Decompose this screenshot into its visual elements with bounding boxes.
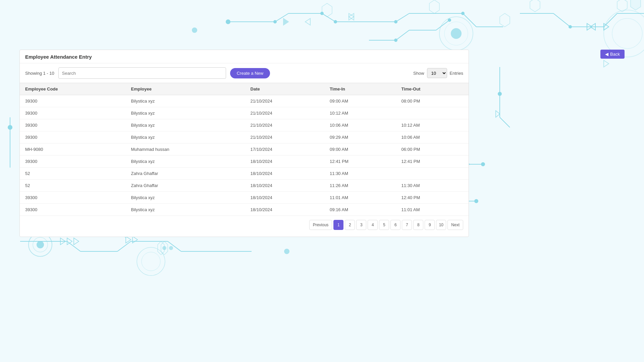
page-btn-6[interactable]: 6	[390, 220, 400, 230]
svg-point-67	[137, 247, 165, 276]
svg-marker-78	[617, 0, 627, 12]
svg-point-10	[274, 20, 276, 23]
cell-date: 18/10/2024	[245, 168, 324, 180]
cell-emp-code: 39300	[20, 95, 126, 107]
page-btn-2[interactable]: 2	[345, 220, 355, 230]
page-btn-1[interactable]: 1	[333, 220, 343, 230]
next-button[interactable]: Next	[447, 220, 463, 230]
search-input[interactable]	[58, 67, 226, 79]
svg-point-25	[569, 25, 572, 28]
cell-employee: Zahra Ghaffar	[126, 168, 245, 180]
svg-point-36	[192, 28, 197, 33]
cell-date: 18/10/2024	[245, 156, 324, 168]
table-header-row: Employee Code Employee Date Time-In Time…	[20, 83, 469, 95]
main-panel: Employee Attendance Entry Showing 1 - 10…	[19, 50, 469, 237]
create-new-button[interactable]: Create a New	[230, 68, 270, 78]
svg-marker-80	[604, 60, 609, 67]
table-row: 39300 Bilystica xyz 21/10/2024 10:12 AM	[20, 107, 469, 119]
page-btn-7[interactable]: 7	[402, 220, 412, 230]
svg-marker-60	[74, 238, 79, 245]
svg-marker-59	[67, 238, 72, 245]
table-row: 39300 Bilystica xyz 18/10/2024 11:01 AM …	[20, 192, 469, 204]
svg-point-63	[169, 246, 173, 250]
cell-emp-code: 39300	[20, 119, 126, 131]
svg-marker-58	[60, 238, 65, 245]
svg-marker-34	[500, 13, 510, 27]
cell-employee: Bilystica xyz	[126, 204, 245, 216]
cell-employee: Muhammad hussan	[126, 143, 245, 156]
prev-button[interactable]: Previous	[309, 220, 332, 230]
svg-line-1	[275, 13, 288, 22]
table-row: 39300 Bilystica xyz 21/10/2024 10:06 AM …	[20, 119, 469, 131]
cell-time-in: 10:12 AM	[324, 107, 396, 119]
svg-marker-5	[283, 18, 288, 25]
table-row: MH-9080 Muhammad hussan 17/10/2024 09:00…	[20, 143, 469, 156]
table-row: 52 Zahra Ghaffar 18/10/2024 11:30 AM	[20, 168, 469, 180]
cell-date: 21/10/2024	[245, 119, 324, 131]
cell-emp-code: 39300	[20, 192, 126, 204]
cell-employee: Bilystica xyz	[126, 119, 245, 131]
show-label: Show	[413, 71, 424, 76]
svg-point-31	[451, 28, 461, 39]
cell-time-out: 08:00 PM	[396, 95, 469, 107]
svg-marker-28	[604, 23, 609, 30]
svg-point-11	[321, 12, 323, 15]
panel-title: Employee Attendance Entry	[20, 50, 469, 63]
cell-time-in: 11:01 AM	[324, 192, 396, 204]
table-row: 39300 Bilystica xyz 21/10/2024 09:29 AM …	[20, 131, 469, 143]
svg-marker-35	[530, 0, 540, 12]
page-btn-4[interactable]: 4	[368, 220, 378, 230]
entries-label: Entries	[450, 71, 463, 76]
svg-point-40	[394, 39, 397, 42]
cell-time-out: 12:41 PM	[396, 156, 469, 168]
cell-emp-code: 39300	[20, 156, 126, 168]
cell-time-out: 10:12 AM	[396, 119, 469, 131]
svg-line-41	[436, 20, 449, 30]
cell-emp-code: 39300	[20, 131, 126, 143]
cell-date: 18/10/2024	[245, 180, 324, 192]
page-btn-5[interactable]: 5	[379, 220, 389, 230]
page-btn-8[interactable]: 8	[413, 220, 423, 230]
svg-marker-7	[349, 13, 354, 20]
svg-point-62	[163, 246, 166, 250]
cell-time-in: 12:41 PM	[324, 156, 396, 168]
back-button[interactable]: ◀ Back	[600, 50, 625, 59]
pagination: Previous 1 2 3 4 5 6 7 8 9 10 Next	[20, 216, 469, 230]
svg-marker-27	[590, 23, 595, 30]
svg-marker-66	[158, 241, 164, 255]
table-row: 39300 Bilystica xyz 21/10/2024 09:00 AM …	[20, 95, 469, 107]
svg-point-82	[475, 199, 478, 203]
page-btn-3[interactable]: 3	[356, 220, 366, 230]
svg-point-42	[448, 19, 451, 21]
svg-point-44	[8, 125, 12, 129]
cell-time-in: 09:29 AM	[324, 131, 396, 143]
page-btn-9[interactable]: 9	[425, 220, 435, 230]
svg-point-18	[394, 20, 397, 23]
cell-emp-code: 39300	[20, 204, 126, 216]
svg-marker-26	[587, 23, 592, 30]
svg-point-70	[481, 163, 485, 166]
svg-point-77	[612, 18, 642, 49]
svg-point-19	[462, 12, 464, 15]
svg-line-50	[168, 241, 181, 251]
cell-date: 21/10/2024	[245, 131, 324, 143]
back-label: Back	[610, 52, 620, 57]
col-date: Date	[245, 83, 324, 95]
page-btn-10[interactable]: 10	[436, 220, 446, 230]
cell-date: 18/10/2024	[245, 204, 324, 216]
svg-point-12	[334, 20, 337, 23]
svg-line-46	[67, 241, 80, 251]
cell-time-out: 12:40 PM	[396, 192, 469, 204]
svg-line-73	[500, 117, 510, 127]
cell-employee: Zahra Ghaffar	[126, 180, 245, 192]
cell-date: 17/10/2024	[245, 143, 324, 156]
svg-line-3	[322, 13, 335, 22]
entries-select[interactable]: 10 25 50 100	[427, 68, 447, 78]
table-row: 39300 Bilystica xyz 18/10/2024 09:16 AM …	[20, 204, 469, 216]
svg-point-68	[142, 252, 160, 271]
cell-emp-code: MH-9080	[20, 143, 126, 156]
toolbar-left: Showing 1 - 10 Create a New	[25, 67, 270, 79]
svg-point-30	[444, 22, 468, 45]
cell-employee: Bilystica xyz	[126, 131, 245, 143]
table-row: 52 Zahra Ghaffar 18/10/2024 11:26 AM 11:…	[20, 180, 469, 192]
